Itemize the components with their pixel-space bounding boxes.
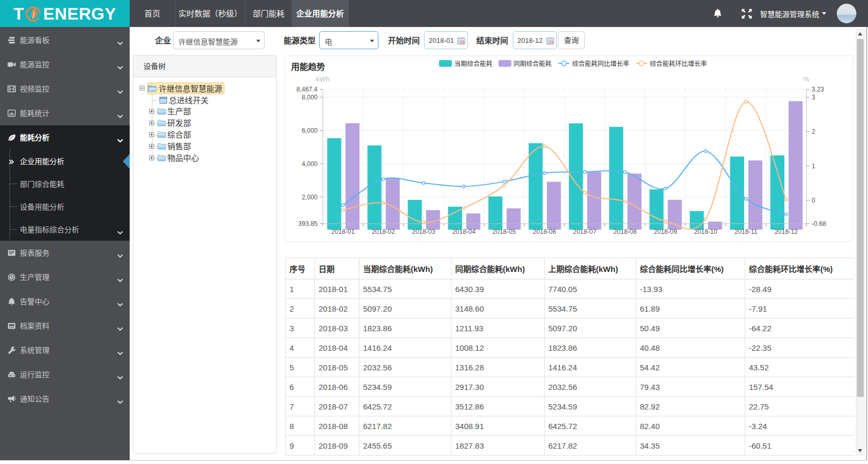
svg-text:1: 1	[812, 162, 816, 170]
svg-text:2018-10: 2018-10	[694, 228, 717, 235]
svg-text:0: 0	[812, 197, 816, 204]
svg-text:393.85: 393.85	[298, 220, 318, 228]
svg-text:综合能耗环比增长率: 综合能耗环比增长率	[650, 60, 707, 68]
svg-text:3: 3	[812, 94, 816, 101]
svg-text:-0.68: -0.68	[812, 220, 827, 228]
svg-text:2018-12: 2018-12	[774, 228, 798, 235]
svg-text:2018-07: 2018-07	[573, 228, 596, 235]
svg-text:2018-08: 2018-08	[613, 228, 637, 235]
svg-text:2: 2	[812, 128, 816, 135]
svg-text:8,467.4: 8,467.4	[296, 86, 318, 93]
svg-text:2018-06: 2018-06	[533, 228, 556, 235]
svg-text:当期综合能耗: 当期综合能耗	[455, 60, 493, 68]
svg-text:2018-04: 2018-04	[452, 228, 475, 235]
svg-text:8,000: 8,000	[302, 94, 318, 101]
svg-text:6,000: 6,000	[302, 127, 318, 134]
svg-text:2018-03: 2018-03	[412, 228, 435, 235]
svg-text:%: %	[803, 75, 810, 83]
svg-text:2018-02: 2018-02	[372, 228, 395, 235]
svg-text:2018-09: 2018-09	[654, 228, 677, 235]
svg-text:2018-01: 2018-01	[331, 228, 355, 235]
svg-text:2018-05: 2018-05	[493, 228, 516, 235]
svg-text:3.23: 3.23	[812, 86, 825, 93]
svg-text:4,000: 4,000	[302, 160, 318, 168]
svg-text:kWh: kWh	[316, 75, 330, 83]
svg-text:2018-11: 2018-11	[735, 228, 757, 235]
svg-text:2,000: 2,000	[302, 194, 318, 201]
svg-text:综合能耗同比增长率: 综合能耗同比增长率	[572, 60, 629, 68]
svg-text:同期综合能耗: 同期综合能耗	[513, 60, 551, 68]
